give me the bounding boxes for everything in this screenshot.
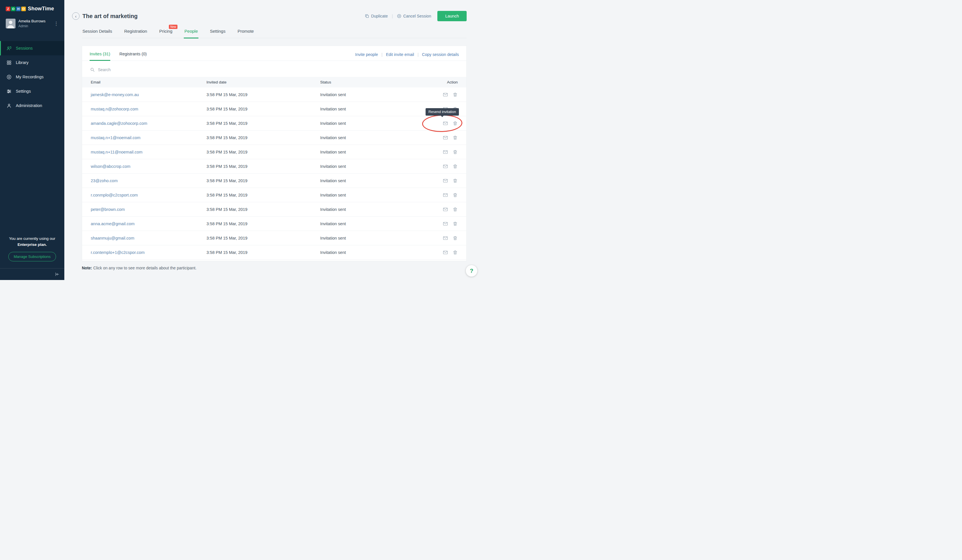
resend-invitation-icon[interactable] <box>443 150 448 154</box>
table-row[interactable]: 23@zoho.com 3:58 PM 15 Mar, 2019 Invitat… <box>82 174 466 188</box>
tab-people[interactable]: People <box>184 29 199 39</box>
resend-invitation-icon[interactable] <box>443 178 448 183</box>
column-email: Email <box>91 80 207 84</box>
resend-invitation-icon[interactable] <box>443 235 448 241</box>
back-icon[interactable]: ‹ <box>72 12 79 20</box>
column-invited-date: Invited date <box>207 80 320 84</box>
user-role: Admin <box>18 24 46 28</box>
resend-invitation-icon[interactable] <box>443 193 448 198</box>
cancel-icon <box>397 14 402 18</box>
delete-invite-icon[interactable] <box>453 221 458 226</box>
resend-invitation-icon[interactable] <box>443 250 448 255</box>
help-button[interactable]: ? <box>466 265 477 277</box>
row-email-link[interactable]: peter@brown.com <box>91 207 207 212</box>
copy-session-details-link[interactable]: Copy session details <box>422 52 459 57</box>
sidebar-item-library[interactable]: Library <box>0 55 65 70</box>
sidebar-item-sessions[interactable]: Sessions <box>0 41 65 55</box>
row-actions: Resend invitation <box>420 121 458 126</box>
delete-invite-icon[interactable] <box>453 235 458 241</box>
resend-invitation-tooltip: Resend invitation <box>426 108 459 116</box>
row-email-link[interactable]: anna.acme@gmail.com <box>91 222 207 226</box>
invite-people-link[interactable]: Invite people <box>355 52 378 57</box>
resend-invitation-icon[interactable] <box>443 207 448 212</box>
library-icon <box>6 60 12 65</box>
row-actions <box>420 221 458 226</box>
row-email-link[interactable]: r.conmplo@c2csport.com <box>91 193 207 197</box>
table-row[interactable]: r.conmplo@c2csport.com 3:58 PM 15 Mar, 2… <box>82 188 466 202</box>
launch-button[interactable]: Launch <box>437 11 466 21</box>
table-row[interactable]: wilson@abccrop.com 3:58 PM 15 Mar, 2019 … <box>82 159 466 174</box>
resend-invitation-icon[interactable] <box>443 135 448 140</box>
session-tabs: Session Details Registration Pricing New… <box>82 29 466 38</box>
table-row[interactable]: mustaq.n+1@noemail.com 3:58 PM 15 Mar, 2… <box>82 130 466 145</box>
table-row[interactable]: shaanmuju@gmail.com 3:58 PM 15 Mar, 2019… <box>82 231 466 245</box>
tab-promote[interactable]: Promote <box>237 29 254 39</box>
cancel-session-button[interactable]: Cancel Session <box>397 14 431 18</box>
delete-invite-icon[interactable] <box>453 150 458 154</box>
user-menu-kebab-icon[interactable]: ⋮ <box>52 20 60 27</box>
row-invited-date: 3:58 PM 15 Mar, 2019 <box>207 121 320 126</box>
table-row[interactable]: jamesk@e-money.com.au 3:58 PM 15 Mar, 20… <box>82 87 466 102</box>
resend-invitation-icon[interactable] <box>443 92 448 97</box>
delete-invite-icon[interactable] <box>453 135 458 140</box>
table-row[interactable]: peter@brown.com 3:58 PM 15 Mar, 2019 Inv… <box>82 202 466 217</box>
recordings-icon <box>6 74 12 80</box>
resend-invitation-icon[interactable] <box>443 164 448 169</box>
column-status: Status <box>320 80 420 84</box>
resend-invitation-icon[interactable] <box>443 221 448 226</box>
row-invited-date: 3:58 PM 15 Mar, 2019 <box>207 193 320 197</box>
settings-icon <box>6 89 12 94</box>
delete-invite-icon[interactable] <box>453 193 458 198</box>
table-row[interactable]: mustaq.n+11@noemail.com 3:58 PM 15 Mar, … <box>82 145 466 159</box>
search-input[interactable] <box>97 67 185 72</box>
note-label: Note: <box>82 266 92 270</box>
row-status: Invitation sent <box>320 236 420 240</box>
delete-invite-icon[interactable] <box>453 164 458 169</box>
sidebar-item-settings[interactable]: Settings <box>0 84 65 98</box>
main-content: ‹ The art of marketing Duplicate | Cance… <box>65 0 481 280</box>
row-invited-date: 3:58 PM 15 Mar, 2019 <box>207 222 320 226</box>
subtab-registrants-0-[interactable]: Registrants (0) <box>119 51 147 61</box>
row-email-link[interactable]: mustaq.n+11@noemail.com <box>91 150 207 154</box>
tab-settings[interactable]: Settings <box>209 29 226 39</box>
session-header: ‹ The art of marketing Duplicate | Cance… <box>65 0 481 21</box>
row-email-link[interactable]: 23@zoho.com <box>91 179 207 183</box>
sidebar-item-administration[interactable]: Administration <box>0 98 65 113</box>
row-status: Invitation sent <box>320 164 420 169</box>
row-invited-date: 3:58 PM 15 Mar, 2019 <box>207 107 320 111</box>
row-actions <box>420 250 458 255</box>
row-status: Invitation sent <box>320 121 420 126</box>
delete-invite-icon[interactable] <box>453 178 458 183</box>
table-row[interactable]: mustaq.n@zohocorp.com 3:58 PM 15 Mar, 20… <box>82 102 466 116</box>
delete-invite-icon[interactable] <box>453 92 458 97</box>
row-email-link[interactable]: mustaq.n+1@noemail.com <box>91 135 207 140</box>
tab-session-details[interactable]: Session Details <box>82 29 113 39</box>
row-email-link[interactable]: wilson@abccrop.com <box>91 164 207 169</box>
table-row[interactable]: anna.acme@gmail.com 3:58 PM 15 Mar, 2019… <box>82 217 466 231</box>
resend-invitation-icon[interactable] <box>443 121 448 126</box>
row-email-link[interactable]: mustaq.n@zohocorp.com <box>91 107 207 111</box>
subtab-invites-31-[interactable]: Invites (31) <box>90 51 110 61</box>
tab-pricing[interactable]: Pricing New <box>158 29 173 39</box>
table-row[interactable]: amanda.cagle@zohocorp.com 3:58 PM 15 Mar… <box>82 116 466 130</box>
row-status: Invitation sent <box>320 92 420 97</box>
collapse-sidebar-icon[interactable] <box>55 272 60 277</box>
row-email-link[interactable]: shaanmuju@gmail.com <box>91 236 207 240</box>
duplicate-button[interactable]: Duplicate <box>365 14 388 18</box>
row-actions <box>420 193 458 198</box>
user-profile[interactable]: Amelia Burrows Admin ⋮ <box>0 15 65 34</box>
delete-invite-icon[interactable] <box>453 121 458 126</box>
delete-invite-icon[interactable] <box>453 250 458 255</box>
manage-subscriptions-button[interactable]: Manage Subscriptions <box>8 252 56 261</box>
tab-registration[interactable]: Registration <box>123 29 148 39</box>
edit-invite-email-link[interactable]: Edit invite email <box>386 52 414 57</box>
row-status: Invitation sent <box>320 207 420 212</box>
delete-invite-icon[interactable] <box>453 207 458 212</box>
sidebar-item-my-recordings[interactable]: My Recordings <box>0 70 65 84</box>
row-email-link[interactable]: amanda.cagle@zohocorp.com <box>91 121 207 126</box>
row-email-link[interactable]: jamesk@e-money.com.au <box>91 92 207 97</box>
row-email-link[interactable]: r.contemplo+1@c2cspor.com <box>91 250 207 255</box>
people-links: Invite people|Edit invite email|Copy ses… <box>355 52 459 61</box>
table-row[interactable]: r.contemplo+1@c2cspor.com 3:58 PM 15 Mar… <box>82 245 466 260</box>
new-badge: New <box>169 25 178 29</box>
